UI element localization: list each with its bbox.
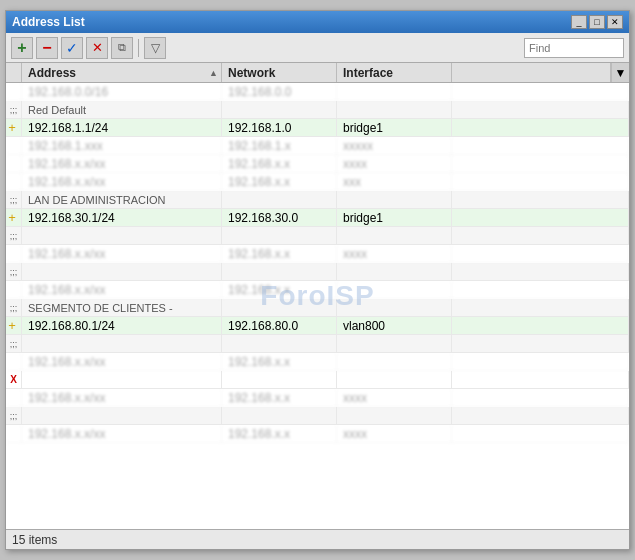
th-address[interactable]: Address ▲	[22, 63, 222, 82]
cell-network	[222, 335, 337, 352]
table-row[interactable]: ;;; SEGMENTO DE CLIENTES -	[6, 299, 629, 317]
col-dropdown[interactable]: ▼	[611, 63, 629, 82]
cell-extra	[452, 407, 629, 424]
cell-address	[22, 227, 222, 244]
row-indicator: X	[6, 371, 22, 388]
cell-extra	[452, 263, 629, 280]
th-interface[interactable]: Interface	[337, 63, 452, 82]
table-row[interactable]: + 192.168.80.1/24 192.168.80.0 vlan800	[6, 317, 629, 335]
cell-extra	[452, 299, 629, 316]
cell-interface: xxxx	[337, 389, 452, 406]
table-row[interactable]: ;;;	[6, 227, 629, 245]
table-row[interactable]: X	[6, 371, 629, 389]
table-row[interactable]: + 192.168.30.1/24 192.168.30.0 bridge1	[6, 209, 629, 227]
close-button[interactable]: ✕	[607, 15, 623, 29]
table-row[interactable]: ;;;	[6, 263, 629, 281]
status-text: 15 items	[12, 533, 57, 547]
table-row[interactable]: 192.168.x.x/xx 192.168.x.x	[6, 353, 629, 371]
cell-extra	[452, 137, 629, 154]
search-input[interactable]	[524, 38, 624, 58]
cell-interface	[337, 407, 452, 424]
cell-address: Red Default	[22, 101, 222, 118]
cell-address: 192.168.x.x/xx	[22, 389, 222, 406]
minimize-button[interactable]: _	[571, 15, 587, 29]
cell-network	[222, 191, 337, 208]
remove-button[interactable]: −	[36, 37, 58, 59]
cell-interface	[337, 371, 452, 388]
table-row[interactable]: + 192.168.1.1/24 192.168.1.0 bridge1	[6, 119, 629, 137]
row-indicator	[6, 353, 22, 370]
copy-button[interactable]: ⧉	[111, 37, 133, 59]
cell-address: 192.168.x.x/xx	[22, 173, 222, 190]
table-row[interactable]: 192.168.1.xxx 192.168.1.x xxxxx	[6, 137, 629, 155]
cell-address: SEGMENTO DE CLIENTES -	[22, 299, 222, 316]
table-body: 192.168.0.0/16 192.168.0.0 ;;; Red Defau…	[6, 83, 629, 529]
table-row[interactable]: 192.168.x.x/xx 192.168.x.x	[6, 281, 629, 299]
table-row[interactable]: 192.168.x.x/xx 192.168.x.x xxxx	[6, 425, 629, 443]
cell-address: 192.168.30.1/24	[22, 209, 222, 226]
table-row[interactable]: ;;;	[6, 407, 629, 425]
cell-address	[22, 335, 222, 352]
cell-network	[222, 407, 337, 424]
check-button[interactable]: ✓	[61, 37, 83, 59]
search-field[interactable]	[524, 38, 624, 58]
cell-address: 192.168.x.x/xx	[22, 245, 222, 262]
cell-network: 192.168.30.0	[222, 209, 337, 226]
cell-extra	[452, 389, 629, 406]
table-row[interactable]: ;;; LAN DE ADMINISTRACION	[6, 191, 629, 209]
cell-extra	[452, 425, 629, 442]
cell-extra	[452, 317, 629, 334]
table-row[interactable]: 192.168.x.x/xx 192.168.x.x xxxx	[6, 155, 629, 173]
row-indicator	[6, 245, 22, 262]
cell-network	[222, 227, 337, 244]
cell-extra	[452, 83, 629, 100]
row-indicator	[6, 173, 22, 190]
row-indicator: +	[6, 119, 22, 136]
cell-extra	[452, 209, 629, 226]
cross-button[interactable]: ✕	[86, 37, 108, 59]
filter-button[interactable]: ▽	[144, 37, 166, 59]
table-row[interactable]: 192.168.x.x/xx 192.168.x.x xxx	[6, 173, 629, 191]
cell-network: 192.168.x.x	[222, 245, 337, 262]
row-indicator	[6, 83, 22, 100]
cell-extra	[452, 281, 629, 298]
cell-network: 192.168.0.0	[222, 83, 337, 100]
cell-network: 192.168.1.x	[222, 137, 337, 154]
table-row[interactable]: ;;;	[6, 335, 629, 353]
row-indicator	[6, 137, 22, 154]
table-header: Address ▲ Network Interface ▼	[6, 63, 629, 83]
cell-extra	[452, 119, 629, 136]
cell-network: 192.168.1.0	[222, 119, 337, 136]
cell-extra	[452, 353, 629, 370]
table-row[interactable]: 192.168.0.0/16 192.168.0.0	[6, 83, 629, 101]
maximize-button[interactable]: □	[589, 15, 605, 29]
cell-extra	[452, 335, 629, 352]
cell-interface	[337, 83, 452, 100]
cell-address	[22, 371, 222, 388]
cell-interface	[337, 191, 452, 208]
cell-network	[222, 299, 337, 316]
cell-interface	[337, 299, 452, 316]
cell-address: 192.168.x.x/xx	[22, 425, 222, 442]
cell-interface	[337, 227, 452, 244]
cell-network: 192.168.x.x	[222, 425, 337, 442]
cell-address: 192.168.x.x/xx	[22, 353, 222, 370]
table-row[interactable]: ;;; Red Default	[6, 101, 629, 119]
row-indicator: ;;;	[6, 227, 22, 244]
cell-extra	[452, 245, 629, 262]
table-row[interactable]: 192.168.x.x/xx 192.168.x.x xxxx	[6, 389, 629, 407]
cell-extra	[452, 371, 629, 388]
row-indicator: ;;;	[6, 407, 22, 424]
row-indicator: ;;;	[6, 299, 22, 316]
cell-network: 192.168.x.x	[222, 173, 337, 190]
add-button[interactable]: +	[11, 37, 33, 59]
th-network[interactable]: Network	[222, 63, 337, 82]
window-controls: _ □ ✕	[571, 15, 623, 29]
cell-interface: bridge1	[337, 119, 452, 136]
plus-icon: +	[8, 210, 16, 225]
cell-network	[222, 263, 337, 280]
table-row[interactable]: 192.168.x.x/xx 192.168.x.x xxxx	[6, 245, 629, 263]
cell-interface: bridge1	[337, 209, 452, 226]
row-indicator: ;;;	[6, 335, 22, 352]
row-indicator: ;;;	[6, 191, 22, 208]
